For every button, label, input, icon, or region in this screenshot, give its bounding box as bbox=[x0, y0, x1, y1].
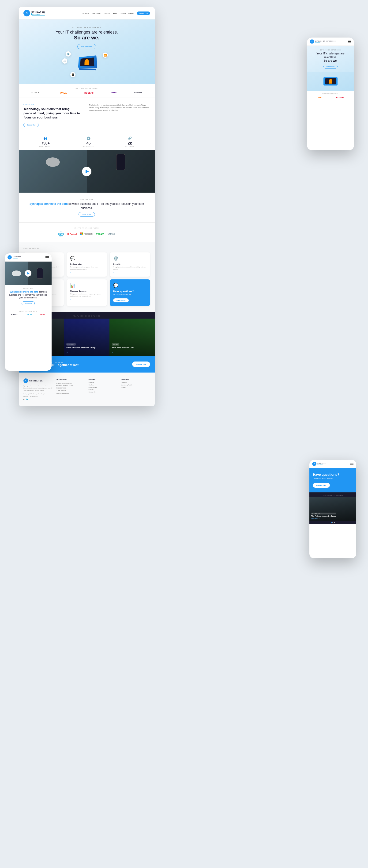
floating-cloud-icon: ☁️ bbox=[62, 58, 67, 64]
m2-hamburger-button[interactable] bbox=[45, 256, 49, 258]
m2-partnership-label: IN PARTNERSHIP WITH bbox=[7, 311, 49, 312]
case-paris-link[interactable]: → bbox=[112, 352, 113, 353]
m2-who-title: Synnapex connects the dots between busin… bbox=[7, 290, 49, 299]
about-section: ABOUT US Technology solutions that bring… bbox=[19, 98, 155, 133]
clients-label: HAPPY CLIENTS bbox=[39, 146, 52, 147]
m2-partnership-logos: ABRIO CISCO Custom bbox=[7, 313, 49, 315]
m1-onex: ONEX bbox=[317, 96, 323, 99]
who-book-call-button[interactable]: Book a Call bbox=[78, 212, 95, 217]
footer-link-services[interactable]: Services bbox=[89, 382, 118, 383]
about-tag: ABOUT US bbox=[24, 104, 85, 105]
m3-dot-1[interactable] bbox=[331, 522, 332, 523]
m1-our-services-button[interactable]: Our Services bbox=[324, 65, 338, 68]
m2-play-triangle-icon bbox=[27, 272, 30, 275]
m2-book-call-button[interactable]: Book a Call bbox=[22, 302, 35, 305]
m3-hamburger-button[interactable] bbox=[350, 463, 354, 465]
case-pfizer: NURSING Pfizer Women's Resource Group → bbox=[64, 318, 109, 356]
footer-contact-links: Services Our Firm Case Studies Careers C… bbox=[89, 382, 118, 393]
questions-icon: 💬 bbox=[113, 283, 146, 288]
m1-screen bbox=[325, 79, 336, 85]
logo-area: S SYNNAPEX cisco partner bbox=[24, 10, 45, 17]
footer-copyright: © Copyright 2021 Synnapex Inc. All right… bbox=[24, 393, 53, 395]
enterprise-book-call-button[interactable]: Book a Call bbox=[132, 362, 150, 367]
case-pfizer-link[interactable]: → bbox=[66, 352, 68, 353]
enterprise-title-bold: Together at last bbox=[56, 363, 78, 367]
questions-sub: Let's book a call and talk. bbox=[113, 294, 146, 296]
m2-who-tag: WHO WE ARE bbox=[7, 288, 49, 289]
nav-contact[interactable]: Contact bbox=[129, 12, 134, 14]
partnership-logos: cisco cisco Partner Fortinet bbox=[24, 231, 150, 237]
managed-desc: Giving your team the network support giv… bbox=[70, 293, 103, 297]
nav-support[interactable]: Support bbox=[104, 12, 110, 14]
twitter-icon[interactable]: 🐦 bbox=[26, 398, 28, 400]
m2-logo-icon: S bbox=[7, 255, 12, 259]
footer-contact-heading: CONTACT bbox=[89, 378, 118, 380]
footer-link-careers[interactable]: Careers bbox=[89, 389, 118, 391]
case-paris: SPORT Paris Saint Football Club → bbox=[109, 318, 155, 356]
mobile-mockup-3: S SYNNAPEX cisco partner Have questions?… bbox=[309, 460, 356, 558]
service-managed: 📊 Managed Services Giving your team the … bbox=[67, 279, 107, 306]
m2-play-button[interactable] bbox=[25, 270, 31, 277]
m1-ham-line1 bbox=[348, 40, 351, 41]
case-pfizer-category: NURSING bbox=[66, 343, 76, 346]
networks-icon: 🔗 bbox=[125, 136, 134, 140]
nav-services[interactable]: Services bbox=[82, 12, 89, 14]
m1-partners-logos: ONEX ROGERS bbox=[310, 96, 351, 99]
m1-logo-icon: S bbox=[310, 39, 314, 43]
collaboration-link[interactable]: → bbox=[70, 272, 103, 273]
nav-about[interactable]: About bbox=[113, 12, 117, 14]
about-book-call-button[interactable]: Book a Call bbox=[24, 123, 39, 127]
m3-navbar: S SYNNAPEX cisco partner bbox=[309, 460, 356, 468]
footer-accessibility-link[interactable]: Accessibility bbox=[30, 396, 38, 397]
linkedin-icon[interactable]: in bbox=[24, 398, 25, 400]
footer-link-helpdesk[interactable]: Helpdesk bbox=[121, 382, 150, 383]
security-desc: An agile, proactive approach to maintain… bbox=[113, 266, 146, 270]
about-right: The technology in your business should h… bbox=[89, 104, 150, 112]
footer-link-case-studies[interactable]: Case Studies bbox=[89, 386, 118, 388]
floating-tablet-icon: 📱 bbox=[70, 72, 75, 77]
nav-careers[interactable]: Careers bbox=[120, 12, 126, 14]
partner-sheridan: Sheridan bbox=[134, 92, 142, 94]
m1-hamburger-button[interactable] bbox=[348, 40, 351, 43]
services-tag: OUR SERVICES bbox=[24, 248, 150, 249]
m2-ham-line1 bbox=[45, 256, 49, 257]
nav-book-call-button[interactable]: Book a Call bbox=[137, 11, 150, 15]
m3-carousel-dots bbox=[309, 521, 356, 524]
m3-logo-text: SYNNAPEX bbox=[317, 463, 326, 464]
footer-link-connect[interactable]: Connect bbox=[121, 386, 150, 388]
footer-link-contact-us[interactable]: Contact Us bbox=[89, 391, 118, 393]
about-title: Technology solutions that bring peace of… bbox=[24, 107, 85, 120]
m3-ham-line3 bbox=[350, 465, 354, 465]
who-we-are-section: WHO WE ARE Synnapex connects the dots be… bbox=[19, 193, 155, 222]
hero-services-button[interactable]: Our Services bbox=[77, 44, 96, 49]
m2-cisco-badge: cisco partner bbox=[13, 257, 21, 259]
video-play-button[interactable] bbox=[82, 167, 92, 176]
hero-title-line1: Your IT challenges are relentless. bbox=[56, 30, 118, 34]
m1-navbar: S 10 YEARS OF EXPERIENCE cisco partner bbox=[307, 37, 354, 46]
footer-link-our-firm[interactable]: Our Firm bbox=[89, 384, 118, 386]
case-paris-category: SPORT bbox=[112, 343, 119, 346]
m2-ham-line2 bbox=[45, 257, 49, 257]
partnership-tag: IN PARTNERSHIP WITH bbox=[24, 227, 150, 229]
footer-link-monitoring[interactable]: Monitoring Portal bbox=[121, 384, 150, 386]
m3-logo: S SYNNAPEX cisco partner bbox=[312, 462, 326, 466]
footer-privacy-link[interactable]: Privacy bbox=[24, 396, 28, 397]
m1-hero-line1: Your IT challenges are relentless. bbox=[316, 52, 344, 59]
m3-read-more-link[interactable]: READ MORE → bbox=[311, 518, 336, 519]
developers-label: DEVELOPERS bbox=[83, 146, 94, 147]
mobile-mockup-2: S SYNNAPEX cisco partner bbox=[5, 253, 52, 371]
questions-book-call-button[interactable]: Book a Call bbox=[113, 299, 129, 302]
m3-dot-2[interactable] bbox=[332, 522, 333, 523]
footer-grid: S SYNNAPEX Synnapex believes that the co… bbox=[24, 378, 150, 400]
security-link[interactable]: → bbox=[113, 272, 146, 273]
managed-link[interactable]: → bbox=[70, 299, 103, 300]
m3-case-bg: AUTOMOTIVE The Policaro Automotive Group… bbox=[309, 497, 356, 521]
hero-illustration: ⚙️ 📶 📱 ☁️ bbox=[24, 51, 150, 80]
partner-kids-help-phone: Kids Help Phone bbox=[31, 92, 42, 94]
m3-dot-3[interactable] bbox=[334, 522, 335, 523]
questions-title: Have questions? bbox=[113, 290, 146, 293]
stat-networks: 🔗 2k NETWORKS bbox=[125, 136, 134, 147]
nav-case-studies[interactable]: Case Studies bbox=[92, 12, 101, 14]
who-we-are-tag: WHO WE ARE bbox=[24, 198, 150, 200]
m3-book-call-button[interactable]: Book a Call bbox=[313, 483, 330, 488]
